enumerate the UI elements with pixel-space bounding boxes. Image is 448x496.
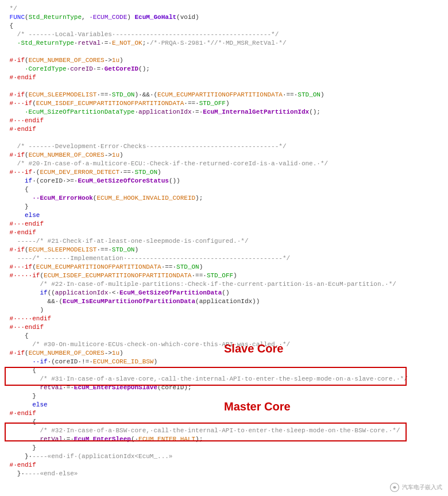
code-line-53: }·----«end·if·(applicationIdx<EcuM_...» [6, 452, 442, 461]
code-line-5: ·Std_ReturnType·retVal·=·E_NOT_OK;·/*·PR… [6, 39, 442, 48]
code-line-26: #···endif [6, 220, 442, 228]
code-line-42: ··if·(coreID·!=·ECUM_CORE_ID_BSW) [6, 358, 442, 366]
code-line-49: { [6, 418, 442, 427]
code-line-52: } [6, 444, 442, 452]
code-line-33: /* #22·In·case·of·multiple·partitions:·C… [6, 280, 442, 289]
code-line-18: #·if(ECUM_NUMBER_OF_CORES->1u) [6, 151, 442, 160]
code-line-24: } [6, 203, 442, 211]
master-core-label: Master Core [224, 400, 291, 413]
code-line-17: /* ------·Development·Error·Checks·-----… [6, 142, 442, 151]
code-line-39: { [6, 332, 442, 340]
code-line-1: */ [6, 5, 442, 13]
code-line-23: ··EcuM_ErrorHook(ECUM_E_HOOK_INVALID_COR… [6, 194, 442, 203]
code-line-30: ----/* ------·Implementation·-----------… [6, 254, 442, 263]
code-line-13: ·EcuM_SizeOfPartitionDataType·applicatio… [6, 108, 442, 117]
code-line-46: } [6, 392, 442, 401]
watermark-icon [389, 482, 400, 493]
code-line-54: #·endif [6, 461, 442, 470]
code-line-4: /* ------·Local·Variables·--------------… [6, 30, 442, 39]
code-line-12: #···if(ECUM_ISDEF_ECUMPARTITIONOFPARTITI… [6, 99, 442, 108]
code-line-29: #·if(ECUM_SLEEPMODELIST·==·STD_ON) [6, 246, 442, 254]
slave-core-label: Slave Core [224, 342, 283, 355]
code-line-7: #·if(ECUM_NUMBER_OF_CORES->1u) [6, 56, 442, 65]
code-line-55: }·----«end·else» [6, 470, 442, 478]
code-line-16 [6, 134, 442, 142]
code-line-9: #·endif [6, 73, 442, 82]
code-container: */ FUNC(Std_ReturnType, ·ECUM_CODE) EcuM… [0, 0, 448, 496]
code-line-19: /* #20·In·case·of·a·multicore·ECU:·Check… [6, 160, 442, 168]
code-line-10 [6, 82, 442, 91]
code-line-36: ) [6, 306, 442, 315]
code-line-28: -----/* #21·Check·if·at·least·one·sleepm… [6, 237, 442, 246]
code-line-44: /* #31·In·case·of·a·slave·core,·call·the… [6, 375, 442, 383]
code-line-45: retVal·=·EcuM_EnterSleepOnSlave(coreID); [6, 383, 442, 392]
code-line-22: { [6, 185, 442, 194]
code-line-14: #···endif [6, 117, 442, 125]
code-line-43: { [6, 366, 442, 375]
code-line-31: #···if(ECUM_ECUMPARTITIONOFPARTITIONDATA… [6, 263, 442, 272]
code-line-11: #·if(ECUM_SLEEPMODELIST·==·STD_ON)·&&·(E… [6, 91, 442, 99]
code-line-27: #·endif [6, 228, 442, 237]
code-line-35: &&·(EcuM_IsEcuMPartitionOfPartitionData(… [6, 297, 442, 306]
code-line-34: if((applicationIdx·<·EcuM_GetSizeOfParti… [6, 289, 442, 297]
code-line-37: #·····endif [6, 315, 442, 323]
code-line-38: #···endif [6, 323, 442, 332]
code-line-8: ·CoreIdType·coreID·=·GetCoreID(); [6, 65, 442, 73]
code-line-6 [6, 48, 442, 56]
code-line-2: FUNC(Std_ReturnType, ·ECUM_CODE) EcuM_Go… [6, 13, 442, 22]
code-line-15: #·endif [6, 125, 442, 134]
code-line-25: else [6, 211, 442, 220]
code-line-51: retVal·=·EcuM_EnterSleep(·ECUM_ENTER_HAL… [6, 435, 442, 444]
code-line-32: #·····if(ECUM_ISDEF_ECUMPARTITIONOFPARTI… [6, 272, 442, 280]
code-line-21: if·(coreID·>=·EcuM_GetSizeOfCoreStatus()… [6, 177, 442, 185]
code-line-3: { [6, 22, 442, 30]
watermark: 汽车电子嵌入式 [389, 482, 442, 493]
code-line-20: #···if·(ECUM_DEV_ERROR_DETECT·==·STD_ON) [6, 168, 442, 177]
code-line-50: /* #32·In·case·of·a·BSW·core,·call·the·i… [6, 427, 442, 435]
